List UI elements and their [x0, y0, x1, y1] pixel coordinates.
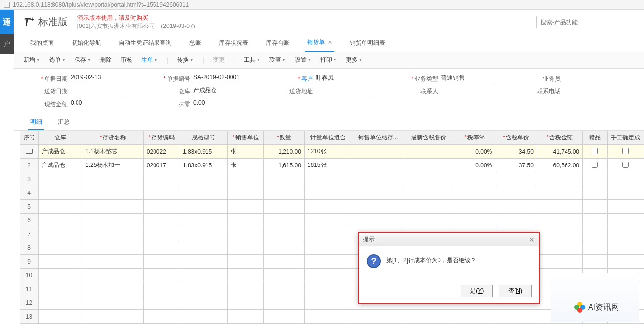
- tab-close-icon[interactable]: ✕: [328, 39, 332, 45]
- tb-change: 变更: [213, 56, 225, 64]
- col-header-11[interactable]: *含税单价: [495, 131, 537, 145]
- warehouse-value[interactable]: 产成品仓: [193, 86, 247, 96]
- form-area: *单据日期2019-02-13 *单据编号SA-2019-02-0001 *客户…: [14, 69, 644, 115]
- subtab-1[interactable]: 汇总: [56, 115, 72, 130]
- dialog-yes-button[interactable]: 是(Y): [461, 285, 493, 297]
- table-row[interactable]: 2产成品仓1.25杨木加一0200171.83x0.915张1,615.0016…: [20, 159, 644, 172]
- url-text: 192.168.0.118:8080/tplus/view/portal/por…: [13, 1, 189, 8]
- col-header-2[interactable]: *存货名称: [82, 131, 143, 145]
- edition-label: 标准版: [38, 15, 68, 28]
- main-tabs: 我的桌面初始化导航自动生凭证结果查询总账库存状况表库存台账销货单✕销货单明细表: [14, 34, 644, 52]
- col-header-8[interactable]: 销售单位结存...: [352, 131, 404, 145]
- ship-addr-value[interactable]: [316, 86, 370, 96]
- tb-audit[interactable]: 审核: [121, 56, 132, 64]
- confirm-dialog: 提示 ✕ ? 第[1、2]行成本价为0，是否继续？ 是(Y) 否(N): [358, 232, 540, 304]
- sub-tabs: 明细汇总: [14, 115, 644, 131]
- header-info: 演示版本使用，请及时购买 [001]六安市振洲木业有限公司 (2019-03-0…: [77, 14, 195, 30]
- grid-area: 序号仓库*存货名称*存货编码规格型号*销售单位*数量计量单位组合销售单位结存..…: [14, 131, 644, 324]
- contact-value[interactable]: [441, 86, 495, 96]
- tb-lookup[interactable]: 联查▼: [269, 56, 286, 64]
- thumbnail-preview: AI资讯网: [551, 273, 639, 322]
- subtab-0[interactable]: 明细: [28, 115, 44, 130]
- col-header-13[interactable]: 赠品: [583, 131, 608, 145]
- search-box: [536, 16, 634, 28]
- tab-0[interactable]: 我的桌面: [28, 35, 56, 51]
- gift-checkbox[interactable]: [592, 162, 598, 168]
- gift-checkbox[interactable]: [592, 148, 598, 154]
- tb-more[interactable]: 更多▼: [346, 56, 362, 64]
- table-row-empty[interactable]: 4: [20, 186, 644, 200]
- table-row-empty[interactable]: 10: [20, 269, 644, 282]
- page-icon: [4, 2, 10, 8]
- table-row-empty[interactable]: 7: [20, 227, 644, 241]
- tab-5[interactable]: 库存台账: [264, 35, 291, 51]
- dialog-title-text: 提示: [363, 235, 375, 244]
- col-header-7[interactable]: 计量单位组合: [304, 131, 352, 145]
- search-input[interactable]: [536, 16, 634, 28]
- tab-6[interactable]: 销货单✕: [305, 34, 334, 52]
- round-value[interactable]: 0.00: [193, 99, 247, 109]
- table-row-empty[interactable]: 3: [20, 172, 644, 186]
- company-info: [001]六安市振洲木业有限公司 (2019-03-07): [77, 22, 195, 30]
- doc-no-value[interactable]: SA-2019-02-0001: [193, 74, 247, 83]
- doc-date-value[interactable]: 2019-02-13: [71, 74, 125, 83]
- left-badge-top: 通: [0, 10, 14, 34]
- col-header-14[interactable]: 手工确定成: [607, 131, 644, 145]
- dialog-no-button[interactable]: 否(N): [499, 285, 532, 297]
- tab-1[interactable]: 初始化导航: [70, 35, 103, 51]
- tab-7[interactable]: 销货单明细表: [348, 35, 387, 51]
- manual-checkbox[interactable]: [622, 162, 629, 168]
- col-header-12[interactable]: *含税金额: [537, 131, 582, 145]
- ship-date-value[interactable]: [71, 86, 125, 96]
- manual-checkbox[interactable]: [622, 148, 629, 154]
- table-row[interactable]: 产成品仓1.1杨木整芯0200221.83x0.915张1,210.001210…: [20, 145, 644, 159]
- col-header-9[interactable]: 最新含税售价: [404, 131, 454, 145]
- tab-2[interactable]: 自动生凭证结果查询: [117, 35, 174, 51]
- table-row-empty[interactable]: 12: [20, 296, 644, 310]
- col-header-4[interactable]: 规格型号: [180, 131, 227, 145]
- col-header-10[interactable]: *税率%: [454, 131, 495, 145]
- col-header-5[interactable]: *销售单位: [228, 131, 264, 145]
- tab-3[interactable]: 总账: [187, 35, 203, 51]
- customer-value[interactable]: 叶春凤: [316, 74, 370, 83]
- tb-select[interactable]: 选单▼: [49, 56, 66, 64]
- tb-setting[interactable]: 设置▼: [295, 56, 311, 64]
- dialog-message: 第[1、2]行成本价为0，是否继续？: [386, 254, 476, 265]
- cash-value[interactable]: 0.00: [71, 99, 125, 109]
- col-header-0[interactable]: 序号: [20, 131, 39, 145]
- tb-delete[interactable]: 删除: [100, 56, 112, 64]
- tb-tool[interactable]: 工具▼: [244, 56, 260, 64]
- table-row-empty[interactable]: 6: [20, 214, 644, 227]
- tb-print[interactable]: 打印▼: [320, 56, 337, 64]
- watermark: AI资讯网: [574, 302, 619, 313]
- watermark-icon: [574, 302, 585, 313]
- toolbar: 新增▼ 选单▼ 保存▼ 删除 审核 生单▼ | 转换▼ | 变更 | 工具▼ 联…: [14, 52, 644, 69]
- table-row-empty[interactable]: 5: [20, 200, 644, 214]
- col-header-3[interactable]: *存货编码: [143, 131, 180, 145]
- tb-generate[interactable]: 生单▼: [141, 56, 158, 64]
- tb-save[interactable]: 保存▼: [75, 56, 91, 64]
- question-icon: ?: [367, 254, 381, 268]
- trial-message: 演示版本使用，请及时购买: [77, 14, 195, 22]
- col-header-6[interactable]: *数量: [264, 131, 305, 145]
- left-badge-bottom: 户: [0, 34, 14, 54]
- dialog-close-icon[interactable]: ✕: [529, 236, 535, 244]
- row-handle-icon[interactable]: [26, 149, 33, 154]
- table-row-empty[interactable]: 9: [20, 255, 644, 269]
- logo: T+: [24, 15, 34, 28]
- biz-type-value[interactable]: 普通销售: [441, 74, 495, 83]
- tab-4[interactable]: 库存状况表: [217, 35, 250, 51]
- tb-new[interactable]: 新增▼: [24, 56, 40, 64]
- dialog-titlebar[interactable]: 提示 ✕: [359, 233, 539, 246]
- table-row-empty[interactable]: 13: [20, 310, 644, 324]
- salesman-value[interactable]: [564, 74, 618, 83]
- table-row-empty[interactable]: 11: [20, 282, 644, 296]
- tb-convert[interactable]: 转换▼: [177, 56, 194, 64]
- phone-value[interactable]: [564, 86, 618, 96]
- app-header: T+ 标准版 演示版本使用，请及时购买 [001]六安市振洲木业有限公司 (20…: [14, 10, 644, 34]
- table-row-empty[interactable]: 8: [20, 241, 644, 255]
- col-header-1[interactable]: 仓库: [39, 131, 82, 145]
- browser-address-bar: 192.168.0.118:8080/tplus/view/portal/por…: [0, 0, 644, 10]
